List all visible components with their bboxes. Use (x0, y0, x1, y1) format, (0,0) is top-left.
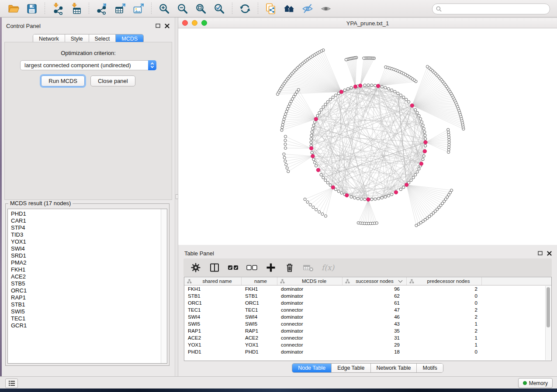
table-scrollbar-thumb[interactable] (547, 287, 550, 327)
zoom-out-icon[interactable] (176, 2, 190, 16)
mcds-result-item[interactable]: PHD1 (8, 210, 161, 217)
mcds-result-item[interactable]: RAP1 (8, 294, 161, 301)
cell-mcds-role: connector (277, 320, 343, 327)
column-header-shared-name[interactable]: shared name (184, 277, 242, 285)
zoom-fit-content-icon[interactable] (194, 2, 208, 16)
node-table[interactable]: shared namenameMCDS rolesuccessor nodesp… (184, 277, 552, 361)
cell-shared-name: PHD1 (184, 348, 242, 355)
mcds-result-item[interactable]: ORC1 (8, 287, 161, 294)
column-namespace-icon (280, 279, 285, 284)
export-image-icon[interactable] (131, 2, 145, 16)
table-row[interactable]: PHD1PHD1dominator180 (184, 348, 551, 355)
column-header-predecessor-nodes[interactable]: predecessor nodes (407, 277, 482, 285)
table-row[interactable]: SWI5SWI5connector431 (184, 320, 551, 327)
window-zoom-icon[interactable] (201, 20, 207, 26)
zoom-in-icon[interactable] (157, 2, 171, 16)
duplicate-network-icon[interactable] (264, 2, 278, 16)
mcds-result-item[interactable]: SWI5 (8, 308, 161, 315)
refresh-view-icon[interactable] (238, 2, 252, 16)
cell-successor-nodes: 31 (343, 334, 407, 341)
mcds-result-title: MCDS result (17 nodes) (8, 200, 73, 206)
search-input[interactable] (444, 5, 550, 14)
import-network-icon[interactable] (51, 2, 65, 16)
hide-selected-icon[interactable] (301, 2, 315, 16)
tab-node-table[interactable]: Node Table (292, 364, 332, 372)
cell-name: ACE2 (242, 334, 277, 341)
close-panel-icon[interactable] (547, 251, 552, 256)
zoom-selected-region-icon[interactable] (212, 2, 226, 16)
column-header-mcds-role[interactable]: MCDS role (277, 277, 343, 285)
column-namespace-icon (345, 279, 350, 284)
function-builder-icon: f(x) (322, 262, 334, 273)
close-panel-icon[interactable] (165, 24, 170, 28)
mcds-result-item[interactable]: STB5 (8, 280, 161, 287)
cell-successor-nodes: 35 (343, 327, 407, 334)
close-panel-button[interactable]: Close panel (90, 76, 135, 86)
select-all-icon[interactable] (228, 262, 239, 273)
table-row[interactable]: ORC1ORC1dominator610 (184, 299, 551, 306)
save-session-icon[interactable] (25, 2, 39, 16)
mcds-result-item[interactable]: TEC1 (8, 315, 161, 322)
desktop-wallpaper-bottom (0, 389, 557, 392)
cell-shared-name: ORC1 (184, 299, 242, 306)
show-all-icon[interactable] (319, 2, 333, 16)
deselect-all-icon[interactable] (246, 262, 258, 273)
table-row[interactable]: ACE2ACE2connector311 (184, 334, 551, 341)
task-history-button[interactable] (5, 378, 18, 388)
table-row[interactable]: SWI4SWI4dominator462 (184, 313, 551, 320)
open-session-icon[interactable] (7, 2, 21, 16)
import-table-icon[interactable] (69, 2, 83, 16)
mcds-result-item[interactable]: YOX1 (8, 238, 161, 245)
delete-columns-icon[interactable] (284, 262, 295, 273)
window-close-icon[interactable] (182, 20, 188, 26)
column-header-name[interactable]: name (242, 277, 277, 285)
table-row[interactable]: FKH1FKH1dominator962 (184, 285, 551, 292)
float-panel-icon[interactable] (156, 24, 160, 28)
cell-mcds-role: dominator (277, 348, 343, 355)
mcds-result-item[interactable]: SRD1 (8, 252, 161, 259)
table-row[interactable]: YOX1YOX1connector291 (184, 341, 551, 348)
table-panel-title: Table Panel (184, 250, 214, 257)
export-table-icon[interactable] (113, 2, 127, 16)
mcds-result-item[interactable]: GCR1 (8, 322, 161, 329)
cell-predecessor-nodes: 2 (407, 285, 482, 292)
column-header-successor-nodes[interactable]: successor nodes (343, 277, 407, 285)
mcds-result-item[interactable]: CAR1 (8, 217, 161, 224)
toolbar-separator (89, 3, 89, 15)
panel-splitter[interactable] (175, 17, 178, 376)
control-panel: Control Panel NetworkStyleSelectMCDS Opt… (2, 17, 175, 376)
export-network-icon[interactable] (95, 2, 109, 16)
mcds-result-item[interactable]: PMA2 (8, 259, 161, 266)
mcds-result-item[interactable]: TID3 (8, 231, 161, 238)
run-mcds-button[interactable]: Run MCDS (41, 76, 85, 86)
list-icon (8, 380, 15, 386)
tab-network-table[interactable]: Network Table (371, 364, 417, 372)
float-panel-icon[interactable] (538, 251, 543, 255)
show-columns-icon[interactable] (209, 262, 220, 273)
mcds-result-item[interactable]: FKH1 (8, 266, 161, 273)
mcds-tab-content: Optimization criterion: largest connecte… (4, 42, 172, 200)
table-row[interactable]: TEC1TEC1connector472 (184, 306, 551, 313)
tab-edge-table[interactable]: Edge Table (332, 364, 370, 372)
table-scrollbar[interactable] (545, 286, 551, 360)
search-field[interactable] (432, 3, 550, 14)
mcds-result-item[interactable]: STP4 (8, 224, 161, 231)
first-neighbors-icon[interactable] (282, 2, 296, 16)
cell-shared-name: SWI4 (184, 313, 242, 320)
table-mode-gear-icon[interactable] (190, 262, 201, 273)
optimization-criterion-select[interactable]: largest connected component (undirected) (20, 60, 156, 70)
toolbar-separator (45, 3, 45, 15)
mcds-result-item[interactable]: ACE2 (8, 273, 161, 280)
table-row[interactable]: STB1STB1dominator620 (184, 292, 551, 299)
memory-button[interactable]: Memory (518, 378, 553, 388)
cell-predecessor-nodes: 0 (407, 299, 482, 306)
mcds-result-item[interactable]: SWI4 (8, 245, 161, 252)
window-minimize-icon[interactable] (192, 20, 197, 26)
mcds-result-scrollbar[interactable] (161, 209, 167, 363)
mcds-result-item[interactable]: STB1 (8, 301, 161, 308)
table-row[interactable]: RAP1RAP1dominator352 (184, 327, 551, 334)
tab-motifs[interactable]: Motifs (417, 364, 443, 372)
cell-predecessor-nodes: 2 (407, 327, 482, 334)
network-canvas[interactable] (178, 28, 557, 245)
create-column-icon[interactable] (265, 262, 277, 273)
